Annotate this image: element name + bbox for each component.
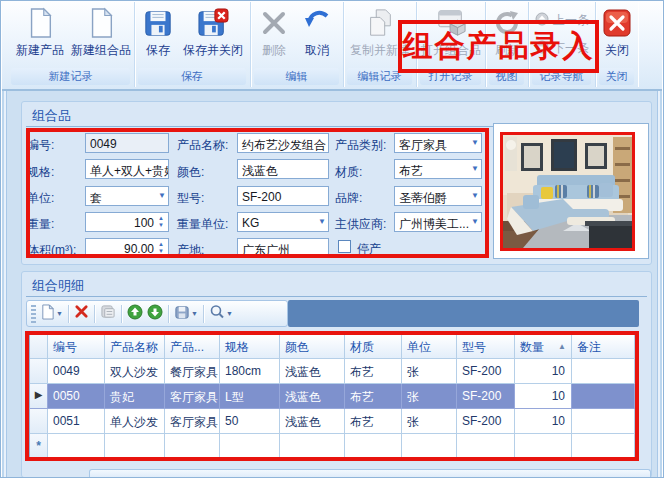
paste-button[interactable] xyxy=(98,303,118,325)
cell-spec[interactable]: 50 xyxy=(220,409,280,434)
table-row-selected[interactable]: ▶ 0050 贵妃 客厅家具 L型 浅蓝色 布艺 张 SF-200 10 xyxy=(30,384,635,409)
chevron-down-icon[interactable]: ▼ xyxy=(471,218,479,226)
empty-cell[interactable] xyxy=(105,434,165,458)
empty-cell[interactable] xyxy=(402,434,457,458)
cell-name[interactable]: 双人沙发 xyxy=(105,359,165,384)
cell-unit[interactable]: 张 xyxy=(402,409,457,434)
cell-name[interactable]: 单人沙发 xyxy=(105,409,165,434)
move-down-button[interactable] xyxy=(145,303,165,325)
product-name-field[interactable]: 约布艺沙发组合 xyxy=(237,133,329,153)
cell-model[interactable]: SF-200 xyxy=(457,384,515,409)
horizontal-scrollbar[interactable] xyxy=(89,469,651,478)
cell-spec[interactable]: 180cm xyxy=(220,359,280,384)
column-header[interactable]: 型号 xyxy=(457,335,515,359)
cell-remark[interactable] xyxy=(572,409,635,434)
export-button[interactable]: ▼ xyxy=(172,303,200,325)
table-row[interactable]: 0051 单人沙发 客厅家具 50 浅蓝色 布艺 张 SF-200 10 xyxy=(30,409,635,434)
origin-field[interactable]: 广东广州 xyxy=(237,238,329,258)
spec-field[interactable]: 单人+双人+贵妃 xyxy=(85,159,169,179)
empty-cell[interactable] xyxy=(457,434,515,458)
material-combobox[interactable]: 布艺▼ xyxy=(394,159,482,179)
cell-remark[interactable] xyxy=(572,384,635,409)
save-and-close-button[interactable]: 保存并关闭 xyxy=(179,5,247,59)
toolbar-grip[interactable] xyxy=(31,305,36,323)
chevron-down-icon[interactable]: ▼ xyxy=(56,310,63,317)
row-selector-cell[interactable] xyxy=(30,359,48,384)
cell-category[interactable]: 客厅家具 xyxy=(165,409,220,434)
unit-combobox[interactable]: 套▼ xyxy=(85,186,169,206)
close-button[interactable]: 关闭 xyxy=(598,5,636,59)
spinner-arrows-icon[interactable]: ▲▼ xyxy=(156,241,166,255)
cell-remark[interactable] xyxy=(572,359,635,384)
move-up-button[interactable] xyxy=(125,303,145,325)
code-field[interactable]: 0049 xyxy=(85,133,169,153)
save-button[interactable]: 保存 xyxy=(138,5,178,59)
add-detail-row-button[interactable]: ▼ xyxy=(38,303,65,325)
cell-code[interactable]: 0051 xyxy=(48,409,105,434)
cell-material[interactable]: 布艺 xyxy=(345,384,402,409)
cell-unit[interactable]: 张 xyxy=(402,359,457,384)
cell-model[interactable]: SF-200 xyxy=(457,409,515,434)
chevron-down-icon[interactable]: ▼ xyxy=(471,192,479,200)
volume-stepper[interactable]: 90.00▲▼ xyxy=(85,238,169,258)
cell-name[interactable]: 贵妃 xyxy=(105,384,165,409)
new-row[interactable]: * xyxy=(30,434,635,458)
cell-color[interactable]: 浅蓝色 xyxy=(280,359,345,384)
cell-category[interactable]: 餐厅家具 xyxy=(165,359,220,384)
spinner-arrows-icon[interactable]: ▲▼ xyxy=(156,215,166,229)
cell-color[interactable]: 浅蓝色 xyxy=(280,409,345,434)
chevron-down-icon[interactable]: ▼ xyxy=(191,310,198,317)
chevron-down-icon[interactable]: ▼ xyxy=(158,192,166,200)
empty-cell[interactable] xyxy=(515,434,572,458)
empty-cell[interactable] xyxy=(220,434,280,458)
delete-button[interactable]: 删除 xyxy=(254,5,294,59)
table-row[interactable]: 0049 双人沙发 餐厅家具 180cm 浅蓝色 布艺 张 SF-200 10 xyxy=(30,359,635,384)
empty-cell[interactable] xyxy=(345,434,402,458)
chevron-down-icon[interactable]: ▼ xyxy=(471,165,479,173)
column-header[interactable]: 编号 xyxy=(48,335,105,359)
column-header[interactable]: 单位 xyxy=(402,335,457,359)
cell-unit[interactable]: 张 xyxy=(402,384,457,409)
empty-cell[interactable] xyxy=(48,434,105,458)
search-button[interactable]: ▼ xyxy=(207,303,235,325)
brand-combobox[interactable]: 圣蒂伯爵▼ xyxy=(394,186,482,206)
cell-quantity[interactable]: 10 xyxy=(515,409,572,434)
column-header[interactable]: 产品名称 xyxy=(105,335,165,359)
column-header[interactable]: 规格 xyxy=(220,335,280,359)
empty-cell[interactable] xyxy=(572,434,635,458)
delete-detail-row-button[interactable] xyxy=(72,303,91,325)
supplier-combobox[interactable]: 广州博美工...▼ xyxy=(394,212,482,232)
color-field[interactable]: 浅蓝色 xyxy=(237,159,329,179)
chevron-down-icon[interactable]: ▼ xyxy=(226,310,233,317)
empty-cell[interactable] xyxy=(165,434,220,458)
category-combobox[interactable]: 客厅家具▼ xyxy=(394,133,482,153)
column-header[interactable]: 备注 xyxy=(572,335,635,359)
new-combo-product-button[interactable]: 新建组合品 xyxy=(70,5,132,59)
cell-quantity[interactable]: 10 xyxy=(515,359,572,384)
cell-model[interactable]: SF-200 xyxy=(457,359,515,384)
chevron-down-icon[interactable]: ▼ xyxy=(471,139,479,147)
cell-code[interactable]: 0050 xyxy=(48,384,105,409)
current-row-indicator[interactable]: ▶ xyxy=(30,384,48,409)
column-header[interactable]: 产品... xyxy=(165,335,220,359)
weight-unit-combobox[interactable]: KG▼ xyxy=(237,212,329,232)
cell-category[interactable]: 客厅家具 xyxy=(165,384,220,409)
model-field[interactable]: SF-200 xyxy=(237,186,329,206)
column-header[interactable]: 颜色 xyxy=(280,335,345,359)
cell-material[interactable]: 布艺 xyxy=(345,409,402,434)
cell-material[interactable]: 布艺 xyxy=(345,359,402,384)
row-selector-cell[interactable] xyxy=(30,409,48,434)
chevron-down-icon[interactable]: ▼ xyxy=(318,218,326,226)
cell-quantity-focused[interactable]: 10 xyxy=(515,384,572,409)
discontinued-checkbox[interactable] xyxy=(338,240,351,253)
column-header[interactable]: 材质 xyxy=(345,335,402,359)
cell-color[interactable]: 浅蓝色 xyxy=(280,384,345,409)
cell-code[interactable]: 0049 xyxy=(48,359,105,384)
cancel-button[interactable]: 取消 xyxy=(297,5,337,59)
new-product-button[interactable]: 新建产品 xyxy=(10,5,70,59)
empty-cell[interactable] xyxy=(280,434,345,458)
weight-stepper[interactable]: 100▲▼ xyxy=(85,212,169,232)
column-header-sorted[interactable]: 数量▲ xyxy=(515,335,572,359)
new-page-icon xyxy=(10,5,70,41)
cell-spec[interactable]: L型 xyxy=(220,384,280,409)
